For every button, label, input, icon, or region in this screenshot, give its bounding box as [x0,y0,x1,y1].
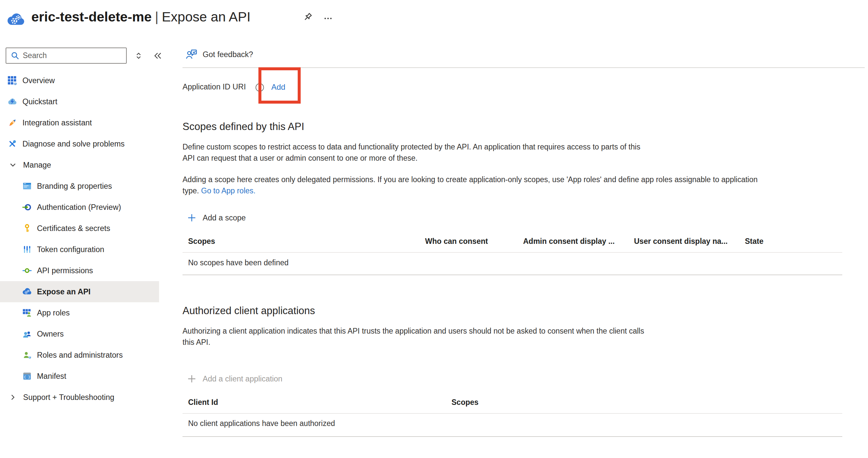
column-header-admin-consent-display: Admin consent display ... [523,237,615,246]
app-name: eric-test-delete-me [31,9,152,25]
browser-window-icon [22,181,32,191]
sidebar-item-label: Roles and administrators [37,351,123,360]
overview-grid-icon [7,75,17,86]
grid-person-icon [22,308,32,318]
sidebar-group-support-troubleshooting[interactable]: Support + Troubleshooting [0,387,159,408]
authentication-arrow-icon [22,202,32,212]
column-header-scopes: Scopes [188,237,215,246]
sidebar-item-label: Quickstart [23,97,57,106]
sidebar-item-label: Diagnose and solve problems [23,139,125,149]
got-feedback-icon [185,48,198,60]
sidebar-group-label: Support + Troubleshooting [23,393,114,402]
quickstart-cloud-bolt-icon [7,97,17,106]
code-window-icon: { } [22,371,32,381]
page-title: eric-test-delete-me|Expose an API [31,9,250,25]
column-header-client-id: Client Id [188,398,218,407]
app-registration-cloud-gears-icon [7,10,26,27]
sidebar-item-label: Expose an API [37,287,90,296]
application-id-uri-label: Application ID URI [183,83,246,91]
column-header-state: State [745,237,764,246]
sidebar-item-token-configuration[interactable]: Token configuration [0,239,159,260]
description-line: API can request that a user or admin con… [183,153,640,164]
expose-api-cloud-gears-icon [22,287,32,297]
sidebar-item-label: Token configuration [37,245,104,254]
sidebar-item-label: Integration assistant [23,119,92,127]
column-header-user-consent-display: User consent display na... [634,237,728,246]
sidebar-group-manage[interactable]: Manage [0,155,159,175]
sidebar-group-label: Manage [23,161,51,170]
sidebar-item-app-roles[interactable]: App roles [0,302,159,323]
pin-icon[interactable] [302,11,313,23]
sidebar-item-diagnose-solve[interactable]: Diagnose and solve problems [0,133,159,155]
scopes-section-note: Adding a scope here creates only delegat… [183,174,758,196]
chevron-right-icon [8,393,17,401]
sidebar-item-roles-administrators[interactable]: Roles and administrators [0,345,159,366]
scopes-section-description: Define custom scopes to restrict access … [183,141,640,164]
column-header-scopes: Scopes [452,398,478,407]
sidebar-item-quickstart[interactable]: Quickstart [0,91,159,112]
authorized-clients-description: Authorizing a client application indicat… [183,325,644,348]
sidebar-item-authentication[interactable]: Authentication (Preview) [0,197,159,218]
sliders-icon [22,244,32,254]
sidebar-item-branding-properties[interactable]: Branding & properties [0,175,159,197]
sidebar-item-label: API permissions [37,266,93,275]
table-header-divider [183,252,842,253]
column-header-who-can-consent: Who can consent [425,237,488,246]
sidebar-search-box[interactable] [6,47,127,64]
sidebar-item-manifest[interactable]: { } Manifest [0,366,159,387]
authorized-clients-table: Client Id Scopes No client applications … [183,395,842,439]
description-line: Define custom scopes to restrict access … [183,141,640,153]
sidebar-item-label: Owners [37,330,64,338]
authorized-clients-section-title: Authorized client applications [183,305,315,317]
rocket-icon [7,118,17,128]
add-a-scope-button[interactable]: Add a scope [186,212,246,223]
sidebar-item-label: Manifest [37,372,66,381]
sidebar-item-expose-an-api[interactable]: Expose an API [0,281,159,302]
expand-collapse-groups-icon[interactable] [134,51,144,61]
sidebar-item-integration-assistant[interactable]: Integration assistant [0,112,159,133]
sidebar-item-label: Branding & properties [37,182,112,191]
description-line: Authorizing a client application indicat… [183,325,644,336]
go-to-app-roles-link[interactable]: Go to App roles. [201,187,255,195]
description-line: this API. [183,336,644,348]
got-feedback-button[interactable]: Got feedback? [203,50,253,59]
person-cube-icon [22,350,32,360]
table-header-divider [183,413,842,414]
scopes-section-title: Scopes defined by this API [183,121,304,133]
note-line-prefix: type. [183,187,201,195]
api-permissions-plug-icon [22,266,32,275]
clients-empty-message: No client applications have been authori… [188,419,335,428]
sidebar-item-label: App roles [37,308,70,318]
sidebar-item-label: Authentication (Preview) [37,203,121,212]
more-options-ellipsis-icon[interactable] [323,13,333,24]
title-separator: | [152,9,162,25]
note-line: Adding a scope here creates only delegat… [183,174,758,185]
expose-an-api-blade: eric-test-delete-me|Expose an API [0,0,868,458]
crossed-tools-icon [7,139,17,149]
add-a-scope-label: Add a scope [203,214,246,222]
key-icon [22,223,32,233]
sidebar-item-label: Overview [23,76,55,85]
svg-text:{ }: { } [24,375,30,379]
search-input[interactable] [23,48,126,63]
sidebar-item-api-permissions[interactable]: API permissions [0,260,159,281]
table-bottom-divider [183,436,842,437]
sidebar-item-owners[interactable]: Owners [0,323,159,345]
sidebar-item-label: Certificates & secrets [37,224,110,233]
chevron-down-icon [8,161,17,169]
sidebar-item-overview[interactable]: Overview [0,70,159,91]
scopes-table: Scopes Who can consent Admin consent dis… [183,234,842,277]
two-people-icon [22,329,32,339]
scopes-empty-message: No scopes have been defined [188,258,288,267]
plus-icon [186,373,197,384]
sidebar-item-certificates-secrets[interactable]: Certificates & secrets [0,218,159,239]
plus-icon [186,212,197,223]
search-icon [10,51,20,61]
collapse-sidebar-icon[interactable] [153,51,163,61]
sidebar-menu: Overview Quickstart [0,70,170,408]
note-line: type. Go to App roles. [183,185,758,196]
add-a-client-application-button[interactable]: Add a client application [186,373,282,384]
add-application-id-uri-link[interactable]: Add [271,83,285,92]
add-a-client-application-label: Add a client application [203,374,282,384]
table-bottom-divider [183,274,842,275]
